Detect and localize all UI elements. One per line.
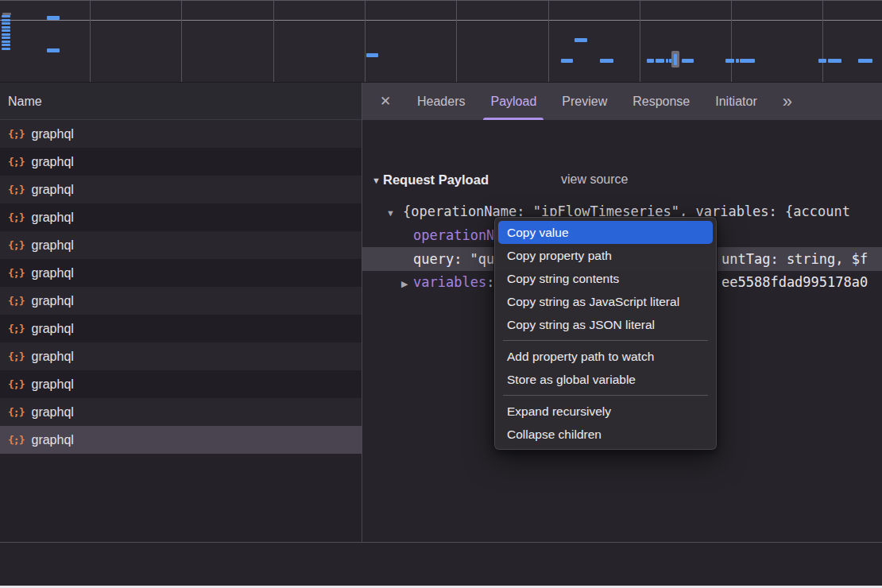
overview-request-bar <box>366 53 378 57</box>
tab-initiator[interactable]: Initiator <box>715 83 756 120</box>
network-request-row[interactable]: {;}graphql <box>0 342 362 370</box>
root-expanded-icon[interactable]: ▼ <box>386 201 403 224</box>
request-name: graphql <box>31 155 73 169</box>
menu-item-copy-string-as-json-literal[interactable]: Copy string as JSON literal <box>498 313 713 336</box>
tab-preview[interactable]: Preview <box>562 83 607 120</box>
context-menu: Copy valueCopy property pathCopy string … <box>493 216 718 451</box>
network-request-row[interactable]: {;}graphql <box>0 231 362 259</box>
network-request-row[interactable]: {;}graphql <box>0 426 362 454</box>
property-value-continued: ee5588fdad995178a0 <box>721 271 868 294</box>
menu-separator <box>503 340 708 341</box>
request-name: graphql <box>31 322 73 336</box>
overview-gridline <box>548 1 549 82</box>
property-value-continued: untTag: string, $f <box>721 247 868 271</box>
json-request-icon: {;} <box>8 184 24 195</box>
menu-item-add-property-path-to-watch[interactable]: Add property path to watch <box>498 345 713 368</box>
overview-request-bar <box>858 59 872 63</box>
overview-gridline <box>181 1 182 82</box>
tab-payload[interactable]: Payload <box>490 83 536 120</box>
menu-item-copy-value[interactable]: Copy value <box>498 221 713 244</box>
overview-request-bar <box>2 15 10 17</box>
overview-gridline <box>731 1 732 82</box>
menu-separator <box>503 395 708 396</box>
overview-request-bar <box>2 41 10 43</box>
request-list: {;}graphql{;}graphql{;}graphql{;}graphql… <box>0 120 362 454</box>
tab-headers[interactable]: Headers <box>417 83 465 120</box>
network-request-row[interactable]: {;}graphql <box>0 259 362 287</box>
request-name: graphql <box>31 238 73 253</box>
menu-item-store-as-global-variable[interactable]: Store as global variable <box>498 368 713 391</box>
section-expanded-icon[interactable]: ▼ <box>372 167 381 194</box>
overview-request-bar <box>818 59 826 63</box>
json-request-icon: {;} <box>8 295 24 307</box>
overview-gridline <box>90 1 91 82</box>
overview-request-bar <box>682 59 694 63</box>
overview-request-bar <box>725 59 734 63</box>
json-request-icon: {;} <box>8 267 24 279</box>
network-request-row[interactable]: {;}graphql <box>0 120 362 148</box>
overview-baseline <box>0 20 882 21</box>
network-request-row[interactable]: {;}graphql <box>0 176 362 203</box>
network-request-row[interactable]: {;}graphql <box>0 287 362 315</box>
overview-request-bar <box>2 26 10 29</box>
overview-request-bar <box>2 19 10 21</box>
overview-request-bar <box>666 59 668 63</box>
request-payload-section[interactable]: ▼ Request Payload view source <box>362 166 882 193</box>
view-source-link[interactable]: view source <box>561 166 628 193</box>
menu-item-copy-string-contents[interactable]: Copy string contents <box>498 267 713 290</box>
json-request-icon: {;} <box>8 350 24 362</box>
more-tabs-icon[interactable]: » <box>783 83 790 120</box>
network-request-row[interactable]: {;}graphql <box>0 203 362 231</box>
json-request-icon: {;} <box>8 434 24 446</box>
overview-request-bar <box>647 59 654 63</box>
overview-request-bar <box>2 44 10 46</box>
row-collapsed-icon[interactable]: ▶ <box>401 273 413 294</box>
overview-request-bar <box>600 59 613 63</box>
property-key: query <box>413 251 462 267</box>
request-name: graphql <box>31 433 73 447</box>
overview-request-bar <box>2 29 10 32</box>
overview-request-bar <box>2 22 10 25</box>
request-name: graphql <box>31 405 73 420</box>
menu-item-collapse-children[interactable]: Collapse children <box>498 423 713 446</box>
section-title: Request Payload <box>383 166 489 193</box>
request-list-panel: Name {;}graphql{;}graphql{;}graphql{;}gr… <box>0 83 362 542</box>
overview-request-bar <box>656 59 664 63</box>
overview-request-bar <box>2 37 10 39</box>
request-name: graphql <box>31 377 73 392</box>
request-name: graphql <box>31 266 73 280</box>
overview-request-bar <box>561 59 573 63</box>
network-request-row[interactable]: {;}graphql <box>0 148 362 176</box>
overview-request-bar <box>828 59 841 63</box>
overview-request-bar <box>736 59 739 63</box>
json-request-icon: {;} <box>8 378 24 390</box>
menu-item-expand-recursively[interactable]: Expand recursively <box>498 400 713 423</box>
menu-item-copy-string-as-javascript-literal[interactable]: Copy string as JavaScript literal <box>498 290 713 313</box>
overview-gridline <box>456 1 457 82</box>
menu-item-copy-property-path[interactable]: Copy property path <box>498 244 713 267</box>
close-icon[interactable]: ✕ <box>379 93 392 110</box>
devtools-network-panel: Name {;}graphql{;}graphql{;}graphql{;}gr… <box>0 0 882 588</box>
request-name: graphql <box>31 183 73 197</box>
overview-request-bar <box>740 59 755 63</box>
request-name: graphql <box>31 211 73 225</box>
column-header-name[interactable]: Name <box>0 83 362 120</box>
network-request-row[interactable]: {;}graphql <box>0 398 362 426</box>
request-name: graphql <box>31 294 73 308</box>
overview-marker-bar <box>674 54 677 65</box>
overview-request-bar <box>47 16 60 20</box>
overview-request-bar <box>2 33 10 36</box>
overview-request-bar <box>2 48 10 50</box>
overview-request-bar <box>574 38 587 42</box>
network-request-row[interactable]: {;}graphql <box>0 370 362 398</box>
tabs: HeadersPayloadPreviewResponseInitiator <box>417 83 757 120</box>
overview-gridline <box>273 1 274 82</box>
tab-response[interactable]: Response <box>632 83 690 120</box>
property-key: variables <box>413 274 494 290</box>
network-overview-timeline[interactable] <box>0 0 882 83</box>
request-name: graphql <box>31 127 73 141</box>
panel-divider[interactable] <box>362 83 362 586</box>
property-value-start: "qu <box>470 251 494 267</box>
network-request-row[interactable]: {;}graphql <box>0 315 362 342</box>
json-request-icon: {;} <box>8 239 24 251</box>
